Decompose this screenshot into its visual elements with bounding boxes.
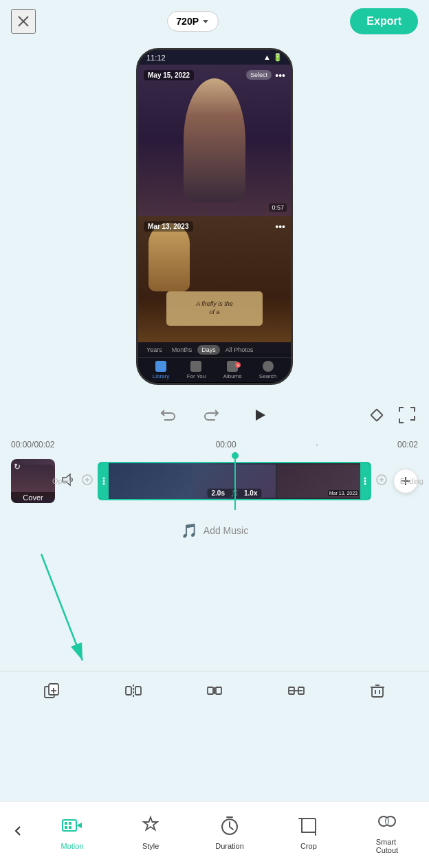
speed-button[interactable] (204, 680, 226, 702)
duplicate-button[interactable] (41, 680, 63, 702)
trim-button[interactable] (285, 680, 307, 702)
puppet-figure (148, 223, 190, 291)
clip-speed: 1.0x (244, 489, 257, 497)
clip-duration: 2.0s (212, 489, 225, 497)
svg-point-10 (103, 478, 105, 480)
split-button[interactable] (122, 680, 144, 702)
svg-line-22 (41, 554, 82, 660)
status-time: 11:12 (146, 54, 166, 62)
smartcutout-icon (373, 808, 401, 835)
phone-frame: 11:12 ▲ 🔋 May 15, 2022 Select ••• 0:57 A… (136, 48, 293, 385)
person-silhouette (184, 78, 245, 202)
phone-content: May 15, 2022 Select ••• 0:57 A firefly i… (138, 65, 291, 382)
smartcutout-tool[interactable]: SmartCutout (373, 808, 401, 854)
keyframe-button[interactable] (366, 404, 388, 426)
resolution-button[interactable]: 720P (167, 11, 219, 32)
svg-rect-45 (65, 826, 67, 829)
svg-rect-28 (135, 687, 141, 695)
close-button[interactable] (11, 9, 36, 34)
style-icon (137, 812, 164, 839)
export-button[interactable]: Export (350, 8, 418, 34)
svg-point-14 (364, 480, 366, 482)
crop-icon (295, 812, 322, 839)
video1-select[interactable]: Select (246, 70, 272, 80)
video1-duration: 0:57 (269, 203, 287, 212)
crop-label: Crop (300, 842, 317, 850)
svg-point-13 (364, 478, 366, 480)
video-section-1: May 15, 2022 Select ••• 0:57 (138, 65, 291, 216)
add-right-button[interactable] (375, 474, 388, 489)
fullscreen-button[interactable] (396, 404, 418, 426)
duration-label: Duration (215, 842, 244, 850)
current-time: 00:00 (11, 440, 32, 449)
play-button[interactable] (245, 401, 272, 429)
open-label: Open (52, 477, 71, 485)
ending-label: Ending (400, 477, 424, 485)
cover-thumbnail[interactable]: ↻ Cover (11, 459, 55, 503)
video2-more[interactable]: ••• (275, 221, 285, 232)
add-music-label: Add Music (204, 525, 248, 536)
svg-point-11 (103, 480, 105, 482)
crop-tool[interactable]: Crop (295, 812, 322, 850)
clip-handle-right[interactable] (360, 463, 370, 499)
svg-marker-42 (76, 823, 82, 828)
motion-tool[interactable]: Motion (58, 812, 86, 850)
total-time: 00:02 (34, 440, 54, 449)
svg-marker-2 (203, 20, 208, 23)
svg-rect-30 (208, 687, 213, 694)
back-button[interactable] (3, 816, 33, 846)
add-music-icon: 🎵 (181, 522, 198, 539)
nav-albums[interactable]: ✕ Albums (223, 361, 242, 379)
video1-more[interactable]: ••• (275, 70, 285, 81)
timeline-track: ↻ Cover Open Ending (11, 454, 418, 509)
scroll-text: A firefly is theof a (196, 300, 233, 316)
delete-button[interactable] (366, 680, 388, 702)
secondary-toolbar (0, 671, 429, 710)
nav-search[interactable]: Search (259, 361, 276, 379)
arrow-area (0, 547, 429, 671)
nav-foryou[interactable]: For You (187, 361, 206, 379)
phone-nav-row: Library For You ✕ Albums Search (138, 357, 291, 382)
video-section-2: A firefly is theof a Mar 13, 2023 ••• (138, 216, 291, 353)
tab-filter-row: Years Months Days All Photos (138, 342, 291, 357)
duration-tool[interactable]: Duration (215, 812, 244, 850)
puppet-scroll: A firefly is theof a (166, 291, 263, 326)
duplicate-icon (41, 680, 63, 702)
style-tool[interactable]: Style (137, 812, 164, 850)
svg-line-49 (230, 827, 233, 830)
video1-date: May 15, 2022 (144, 70, 194, 80)
style-label: Style (142, 842, 159, 850)
svg-rect-46 (69, 826, 72, 829)
undo-button[interactable] (157, 404, 179, 426)
time-labels: 00:00 / 00:02 00:00 · 00:02 (11, 440, 418, 449)
video2-date: Mar 13, 2023 (144, 221, 193, 232)
add-music-row[interactable]: 🎵 Add Music (0, 514, 429, 547)
motion-label: Motion (61, 842, 84, 850)
svg-rect-31 (216, 687, 221, 694)
top-bar: 720P Export (0, 0, 429, 43)
playhead (234, 452, 236, 510)
status-icons: ▲ 🔋 (263, 53, 283, 62)
timeline-section: 00:00 / 00:02 00:00 · 00:02 ↻ Cover Open… (0, 434, 429, 514)
phone-tabs: Years Months Days All Photos Library For… (138, 342, 291, 382)
tab-months[interactable]: Months (168, 345, 197, 355)
track-area: Open Ending Mar 13, 2023 (81, 459, 388, 503)
playback-controls (0, 396, 429, 434)
phone-preview: 11:12 ▲ 🔋 May 15, 2022 Select ••• 0:57 A… (0, 48, 429, 385)
puppet-scene: A firefly is theof a (138, 216, 291, 353)
resolution-label: 720P (176, 16, 199, 27)
tab-days[interactable]: Days (197, 345, 220, 355)
duration-icon (216, 812, 243, 839)
motion-icon (58, 812, 86, 839)
svg-rect-27 (126, 687, 131, 695)
svg-rect-5 (371, 410, 383, 421)
tab-allphotos[interactable]: All Photos (221, 345, 258, 355)
trim-icon (285, 680, 307, 702)
add-left-button[interactable] (81, 474, 94, 489)
delete-icon (366, 680, 388, 702)
redo-button[interactable] (201, 404, 223, 426)
nav-library[interactable]: Library (153, 361, 169, 379)
clip-handle-left[interactable] (99, 463, 109, 499)
svg-rect-41 (63, 820, 76, 831)
tab-years[interactable]: Years (142, 345, 166, 355)
